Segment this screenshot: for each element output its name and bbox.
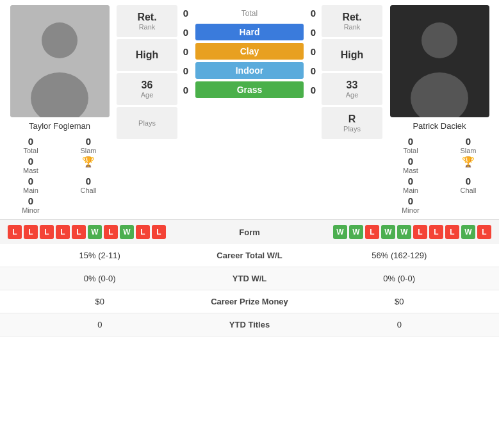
right-player-card: Patrick Daciek 0 Total 0 Slam 0 Mast 🏆 (385, 5, 494, 214)
stats-row: 0% (0-0) YTD W/L 0% (0-0) (0, 267, 499, 290)
clay-row: 0 Clay 0 (180, 43, 319, 60)
grass-badge: Grass (195, 81, 304, 98)
right-high-box: High (322, 39, 382, 71)
svg-point-4 (421, 22, 457, 58)
form-badge-right: W (381, 225, 395, 239)
left-stat-slam: 0 Slam (63, 136, 114, 154)
form-badge-left: L (24, 225, 38, 239)
form-badge-left: L (136, 225, 150, 239)
right-stat-minor: 0 Minor (385, 195, 436, 214)
left-stat-minor: 0 Minor (5, 195, 56, 214)
main-container: Taylor Fogleman 0 Total 0 Slam 0 Mast 🏆 (0, 0, 499, 336)
left-stat-main: 0 Main (5, 176, 56, 194)
right-plays-box: R Plays (322, 107, 382, 139)
stats-row: 0 YTD Titles 0 (0, 313, 499, 336)
stat-label: YTD Titles (192, 320, 307, 329)
stat-right-val: 0% (0-0) (307, 274, 492, 283)
stat-label: YTD W/L (192, 274, 307, 283)
stat-label: Career Total W/L (192, 251, 307, 260)
stats-row: $0 Career Prize Money $0 (0, 290, 499, 313)
stat-left-val: 0 (8, 320, 192, 329)
right-player-name: Patrick Daciek (413, 121, 466, 131)
right-stat-main: 0 Main (385, 176, 436, 194)
form-section: LLLLLWLWLL Form WWLWWLLLWL (0, 219, 499, 244)
right-stat-chall: 0 Chall (443, 176, 494, 194)
left-trophy-icon: 🏆 (82, 156, 95, 168)
form-badge-right: W (349, 225, 363, 239)
form-badges-right: WWLWWLLLWL (282, 225, 492, 239)
right-stat-total: 0 Total (385, 136, 436, 154)
form-label: Form (218, 228, 282, 237)
right-ret-rank-box: Ret. Rank (322, 5, 382, 37)
stat-right-val: 56% (162-129) (307, 251, 492, 260)
left-player-avatar (10, 5, 110, 117)
left-stats-boxes: Ret. Rank High 36 Age Plays (117, 5, 177, 139)
top-portion: Taylor Fogleman 0 Total 0 Slam 0 Mast 🏆 (0, 0, 499, 219)
hard-row: 0 Hard 0 (180, 24, 319, 40)
indoor-badge: Indoor (195, 62, 304, 79)
indoor-row: 0 Indoor 0 (180, 62, 319, 79)
hard-badge: Hard (195, 24, 304, 40)
total-row: 0 Total 0 (180, 5, 319, 21)
form-badge-left: W (88, 225, 102, 239)
form-badge-right: L (477, 225, 491, 239)
left-high-box: High (117, 39, 177, 71)
form-badge-right: L (413, 225, 427, 239)
stat-label: Career Prize Money (192, 297, 307, 306)
left-player-name: Taylor Fogleman (29, 121, 90, 131)
clay-badge: Clay (195, 43, 304, 60)
form-badge-right: L (365, 225, 379, 239)
left-stat-chall: 0 Chall (63, 176, 114, 194)
stat-right-val: 0 (307, 320, 492, 329)
right-age-box: 33 Age (322, 73, 382, 105)
form-badge-right: W (397, 225, 411, 239)
right-stat-slam: 0 Slam (443, 136, 494, 154)
stat-left-val: 0% (0-0) (8, 274, 192, 283)
left-stat-total: 0 Total (5, 136, 56, 154)
left-player-stats: 0 Total 0 Slam 0 Mast 🏆 0 Main (5, 136, 114, 214)
left-player-card: Taylor Fogleman 0 Total 0 Slam 0 Mast 🏆 (5, 5, 114, 214)
right-player-avatar (390, 5, 489, 117)
form-badge-right: L (429, 225, 443, 239)
right-trophy-icon: 🏆 (462, 156, 475, 168)
form-badge-left: W (120, 225, 134, 239)
form-badge-right: W (461, 225, 475, 239)
left-stat-mast: 0 Mast (5, 156, 56, 174)
form-badge-right: W (333, 225, 347, 239)
stats-row: 15% (2-11) Career Total W/L 56% (162-129… (0, 244, 499, 267)
form-badge-left: L (104, 225, 118, 239)
form-badge-right: L (445, 225, 459, 239)
right-player-stats: 0 Total 0 Slam 0 Mast 🏆 0 Main (385, 136, 494, 214)
form-badge-left: L (56, 225, 70, 239)
left-age-box: 36 Age (117, 73, 177, 105)
form-badge-left: L (72, 225, 86, 239)
svg-point-1 (42, 22, 78, 58)
form-badge-left: L (152, 225, 166, 239)
form-badge-left: L (40, 225, 54, 239)
left-ret-rank-box: Ret. Rank (117, 5, 177, 37)
stats-rows: 15% (2-11) Career Total W/L 56% (162-129… (0, 244, 499, 336)
right-stats-boxes: Ret. Rank High 33 Age R Plays (322, 5, 382, 139)
stat-left-val: 15% (2-11) (8, 251, 192, 260)
stat-right-val: $0 (307, 297, 492, 306)
surfaces-column: 0 Total 0 0 Hard 0 0 Clay 0 0 Indoor 0 (180, 5, 319, 98)
left-plays-box: Plays (117, 107, 177, 139)
right-stat-mast: 0 Mast (385, 156, 436, 174)
form-badge-left: L (8, 225, 22, 239)
form-badges-left: LLLLLWLWLL (8, 225, 218, 239)
stat-left-val: $0 (8, 297, 192, 306)
grass-row: 0 Grass 0 (180, 81, 319, 98)
